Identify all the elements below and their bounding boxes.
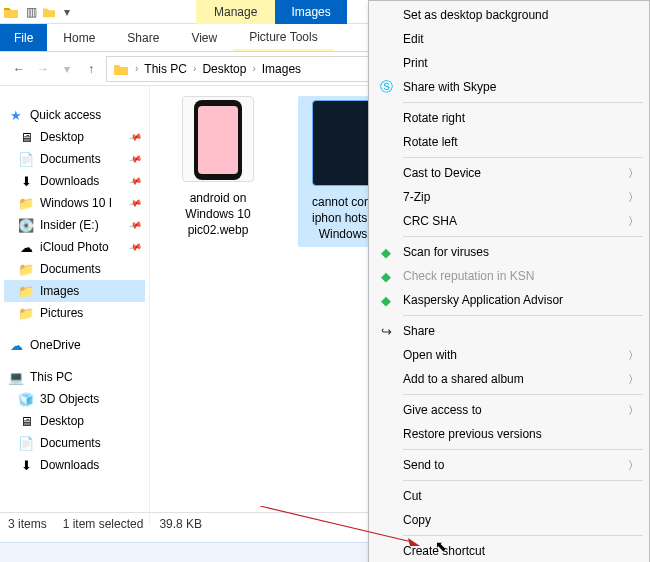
downloads-icon: ⬇ xyxy=(18,173,34,189)
separator xyxy=(403,157,643,158)
sidebar-item-documents2[interactable]: 📁Documents xyxy=(4,258,145,280)
sidebar-item-pictures[interactable]: 📁Pictures xyxy=(4,302,145,324)
file-item[interactable]: android on Windows 10 pic02.webp xyxy=(168,96,268,239)
breadcrumb-root[interactable]: This PC xyxy=(144,62,187,76)
chevron-right-icon: 〉 xyxy=(628,458,639,473)
picture-tools-tab[interactable]: Picture Tools xyxy=(233,24,333,51)
qat-item-2[interactable] xyxy=(40,3,58,21)
pc-icon: 💻 xyxy=(8,369,24,385)
thispc-header[interactable]: 💻This PC xyxy=(4,366,145,388)
chevron-right-icon: 〉 xyxy=(628,166,639,181)
folder-icon: 📁 xyxy=(18,261,34,277)
ctx-send-to[interactable]: Send to〉 xyxy=(369,453,649,477)
3d-icon: 🧊 xyxy=(18,391,34,407)
ctx-scan-viruses[interactable]: ◆Scan for viruses xyxy=(369,240,649,264)
sidebar-item-icloud[interactable]: ☁iCloud Photo xyxy=(4,236,145,258)
sidebar-item-3dobjects[interactable]: 🧊3D Objects xyxy=(4,388,145,410)
chevron-right-icon: 〉 xyxy=(628,403,639,418)
breadcrumb-leaf[interactable]: Images xyxy=(262,62,301,76)
desktop-icon: 🖥 xyxy=(18,413,34,429)
file-caption: android on Windows 10 pic02.webp xyxy=(168,190,268,239)
cursor-icon: ⬉ xyxy=(435,538,447,554)
share-tab[interactable]: Share xyxy=(111,24,175,51)
ctx-7zip[interactable]: 7-Zip〉 xyxy=(369,185,649,209)
ctx-edit[interactable]: Edit xyxy=(369,27,649,51)
sidebar-item-images[interactable]: 📁Images xyxy=(4,280,145,302)
ctx-share[interactable]: ↪Share xyxy=(369,319,649,343)
thumbnail xyxy=(182,96,254,182)
qat-item-1[interactable]: ▥ xyxy=(22,3,40,21)
onedrive-icon: ☁ xyxy=(8,337,24,353)
sidebar-item-desktop2[interactable]: 🖥Desktop xyxy=(4,410,145,432)
ctx-crc-sha[interactable]: CRC SHA〉 xyxy=(369,209,649,233)
status-selection: 1 item selected xyxy=(63,517,144,531)
skype-icon: Ⓢ xyxy=(377,78,395,96)
chevron-right-icon: 〉 xyxy=(628,214,639,229)
ctx-give-access[interactable]: Give access to〉 xyxy=(369,398,649,422)
star-icon: ★ xyxy=(8,107,24,123)
separator xyxy=(403,315,643,316)
ctx-copy[interactable]: Copy xyxy=(369,508,649,532)
ctx-create-shortcut[interactable]: Create shortcut xyxy=(369,539,649,562)
ctx-cut[interactable]: Cut xyxy=(369,484,649,508)
ctx-kaspersky-advisor[interactable]: ◆Kaspersky Application Advisor xyxy=(369,288,649,312)
sidebar-item-desktop[interactable]: 🖥Desktop xyxy=(4,126,145,148)
onedrive-header[interactable]: ☁OneDrive xyxy=(4,334,145,356)
share-icon: ↪ xyxy=(377,322,395,340)
sidebar-item-documents3[interactable]: 📄Documents xyxy=(4,432,145,454)
contextual-tab-images[interactable]: Images xyxy=(275,0,346,24)
ctx-rotate-right[interactable]: Rotate right xyxy=(369,106,649,130)
separator xyxy=(403,480,643,481)
breadcrumb-mid[interactable]: Desktop xyxy=(202,62,246,76)
chevron-right-icon: › xyxy=(135,63,138,74)
folder-icon: 📁 xyxy=(18,305,34,321)
separator xyxy=(403,449,643,450)
documents-icon: 📄 xyxy=(18,435,34,451)
ctx-rotate-left[interactable]: Rotate left xyxy=(369,130,649,154)
sidebar-item-downloads[interactable]: ⬇Downloads xyxy=(4,170,145,192)
documents-icon: 📄 xyxy=(18,151,34,167)
ctx-add-shared-album[interactable]: Add to a shared album〉 xyxy=(369,367,649,391)
up-button[interactable]: ↑ xyxy=(82,62,100,76)
recent-dropdown[interactable]: ▾ xyxy=(58,62,76,76)
shield-icon: ◆ xyxy=(377,291,395,309)
ctx-print[interactable]: Print xyxy=(369,51,649,75)
quick-access-header[interactable]: ★ Quick access xyxy=(4,104,145,126)
desktop-icon: 🖥 xyxy=(18,129,34,145)
context-menu: Set as desktop background Edit Print ⓈSh… xyxy=(368,0,650,562)
chevron-right-icon: › xyxy=(252,63,255,74)
folder-icon xyxy=(113,62,129,76)
sidebar-item-documents[interactable]: 📄Documents xyxy=(4,148,145,170)
separator xyxy=(403,102,643,103)
status-size: 39.8 KB xyxy=(159,517,202,531)
folder-icon: 📁 xyxy=(18,283,34,299)
chevron-right-icon: 〉 xyxy=(628,372,639,387)
ctx-restore-prev[interactable]: Restore previous versions xyxy=(369,422,649,446)
window-icon xyxy=(0,2,22,22)
status-count: 3 items xyxy=(8,517,47,531)
sidebar-item-insider[interactable]: 💽Insider (E:) xyxy=(4,214,145,236)
ctx-open-with[interactable]: Open with〉 xyxy=(369,343,649,367)
drive-icon: 💽 xyxy=(18,217,34,233)
ctx-share-skype[interactable]: ⓈShare with Skype xyxy=(369,75,649,99)
sidebar-item-downloads2[interactable]: ⬇Downloads xyxy=(4,454,145,476)
file-tab[interactable]: File xyxy=(0,24,47,51)
qat-dropdown[interactable]: ▾ xyxy=(58,3,76,21)
quick-access-label: Quick access xyxy=(30,108,101,122)
back-button[interactable]: ← xyxy=(10,62,28,76)
shield-icon: ◆ xyxy=(377,267,395,285)
chevron-right-icon: 〉 xyxy=(628,190,639,205)
chevron-right-icon: 〉 xyxy=(628,348,639,363)
home-tab[interactable]: Home xyxy=(47,24,111,51)
view-tab[interactable]: View xyxy=(175,24,233,51)
nav-pane: ★ Quick access 🖥Desktop 📄Documents ⬇Down… xyxy=(0,86,150,526)
separator xyxy=(403,394,643,395)
separator xyxy=(403,236,643,237)
forward-button: → xyxy=(34,62,52,76)
downloads-icon: ⬇ xyxy=(18,457,34,473)
shield-icon: ◆ xyxy=(377,243,395,261)
sidebar-item-win10[interactable]: 📁Windows 10 I xyxy=(4,192,145,214)
ctx-cast[interactable]: Cast to Device〉 xyxy=(369,161,649,185)
ctx-set-desktop-bg[interactable]: Set as desktop background xyxy=(369,3,649,27)
contextual-tab-manage[interactable]: Manage xyxy=(196,0,275,24)
